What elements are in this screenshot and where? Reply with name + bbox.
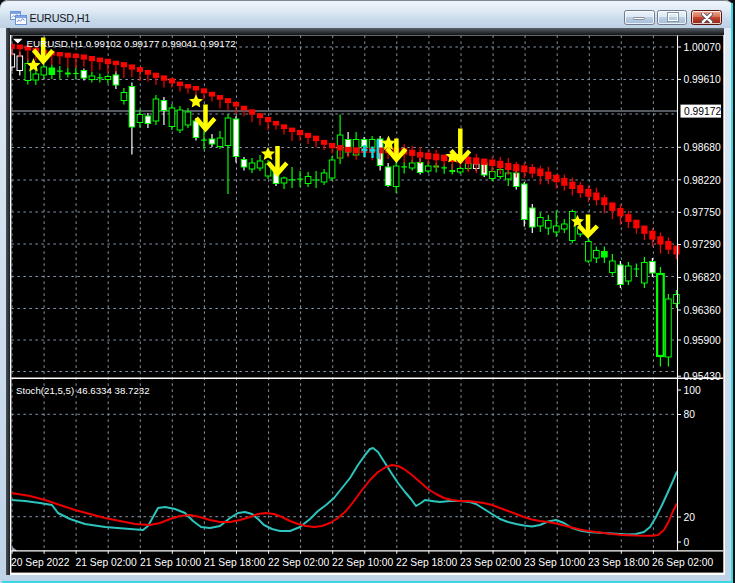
svg-text:23 Sep 18:00: 23 Sep 18:00: [588, 557, 650, 568]
svg-text:0: 0: [684, 537, 690, 548]
svg-text:0.98680: 0.98680: [684, 142, 721, 153]
svg-text:22 Sep 18:00: 22 Sep 18:00: [396, 557, 458, 568]
svg-text:Stoch(21,5,5) 46.6334 38.7232: Stoch(21,5,5) 46.6334 38.7232: [16, 385, 150, 396]
svg-text:22 Sep 02:00: 22 Sep 02:00: [268, 557, 330, 568]
svg-text:20: 20: [684, 512, 696, 523]
svg-text:1.00070: 1.00070: [684, 42, 721, 53]
svg-text:0.97750: 0.97750: [684, 207, 721, 218]
svg-text:0.99610: 0.99610: [684, 74, 721, 85]
svg-text:100: 100: [684, 385, 701, 396]
svg-text:EURUSD,H1 0.99102 0.99177 0.99: EURUSD,H1 0.99102 0.99177 0.99041 0.9917…: [27, 38, 236, 49]
svg-text:21 Sep 10:00: 21 Sep 10:00: [140, 557, 202, 568]
svg-text:0.98220: 0.98220: [684, 175, 721, 186]
svg-text:0.95430: 0.95430: [684, 371, 721, 382]
svg-text:23 Sep 02:00: 23 Sep 02:00: [460, 557, 522, 568]
svg-text:21 Sep 18:00: 21 Sep 18:00: [204, 557, 266, 568]
svg-text:80: 80: [684, 409, 696, 420]
svg-text:22 Sep 10:00: 22 Sep 10:00: [332, 557, 394, 568]
svg-text:21 Sep 02:00: 21 Sep 02:00: [76, 557, 138, 568]
svg-text:0.96360: 0.96360: [684, 305, 721, 316]
svg-text:0.96820: 0.96820: [684, 272, 721, 283]
svg-text:20 Sep 2022: 20 Sep 2022: [11, 557, 70, 568]
svg-text:0.97290: 0.97290: [684, 239, 721, 250]
svg-text:23 Sep 10:00: 23 Sep 10:00: [524, 557, 586, 568]
svg-text:0.99172: 0.99172: [684, 106, 721, 117]
svg-text:0.95900: 0.95900: [684, 335, 721, 346]
svg-text:26 Sep 02:00: 26 Sep 02:00: [652, 557, 714, 568]
